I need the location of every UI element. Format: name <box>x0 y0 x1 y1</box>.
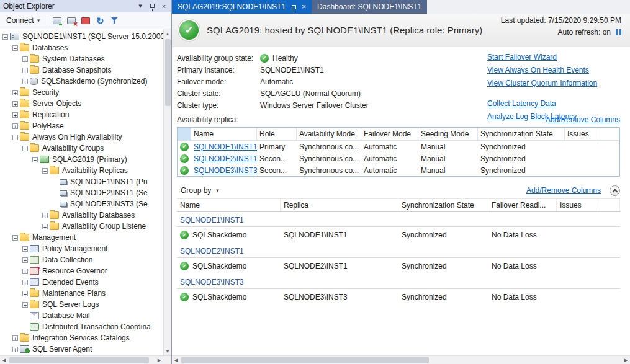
collapse-panel-button[interactable] <box>610 185 620 196</box>
vertical-scroll-track[interactable] <box>164 38 172 347</box>
connect-button[interactable]: Connect ▾ <box>3 14 43 27</box>
expand-icon[interactable]: + <box>22 68 28 73</box>
expand-icon[interactable]: + <box>22 246 28 252</box>
tree-item[interactable]: +SQL Server Logs <box>0 299 163 310</box>
collapse-icon[interactable]: − <box>12 235 18 241</box>
expand-icon[interactable]: + <box>12 335 18 341</box>
tab-ag-dashboard[interactable]: SQLAG2019:SQLNODE1\INST1 × <box>172 0 312 14</box>
tree-item[interactable]: −Availability Groups <box>0 143 163 154</box>
expand-icon[interactable]: + <box>12 123 18 129</box>
tree-item[interactable]: +Availability Databases <box>0 210 163 221</box>
expand-icon[interactable]: + <box>22 56 28 62</box>
tree-item[interactable]: −SQLNODE1\INST1 (SQL Server 15.0.2000 <box>0 31 163 42</box>
tree-item[interactable]: +Server Objects <box>0 98 163 109</box>
replica-column-header: Failover Mode <box>361 128 418 140</box>
horizontal-scroll-thumb[interactable] <box>181 357 429 363</box>
expand-icon[interactable]: + <box>12 101 18 107</box>
ssms-window: Object Explorer ▾ × Connect ▾ −SQLNODE1\… <box>0 0 630 364</box>
stop-icon[interactable] <box>79 14 92 27</box>
detail-value: SQLNODE1\INST1 <box>260 66 324 74</box>
replica-name-link[interactable]: SQLNODE2\INST1 <box>194 154 257 163</box>
collapse-icon[interactable]: − <box>12 45 18 51</box>
tree-item[interactable]: +Security <box>0 87 163 98</box>
horizontal-scrollbar[interactable]: ◀ ▶ <box>172 355 630 364</box>
expand-icon[interactable]: + <box>22 257 28 263</box>
tree-item[interactable]: +Maintenance Plans <box>0 288 163 299</box>
vertical-scrollbar[interactable]: ▲ ▼ <box>163 29 171 355</box>
collapse-icon[interactable]: − <box>2 34 8 40</box>
dashboard-link[interactable]: Analyze Log Block Latency <box>487 112 577 121</box>
horizontal-scroll-track[interactable] <box>180 356 622 364</box>
tree-item[interactable]: +Database Snapshots <box>0 64 163 76</box>
expand-icon[interactable]: + <box>42 224 48 229</box>
tree-item[interactable]: −Availability Replicas <box>0 165 163 176</box>
scroll-up-icon[interactable]: ▲ <box>164 29 172 38</box>
database-cell: Synchronized <box>398 293 488 301</box>
tree-item[interactable]: SQLNODE1\INST1 (Pri <box>0 176 163 187</box>
tab-server-dashboard[interactable]: Dashboard: SQLNODE1\INST1 <box>312 0 427 14</box>
replica-name-link[interactable]: SQLNODE3\INST3 <box>194 166 257 175</box>
tree-item[interactable]: +Extended Events <box>0 277 163 288</box>
expand-icon[interactable]: + <box>12 90 18 95</box>
tree-item[interactable]: −SQLAG2019 (Primary) <box>0 154 163 165</box>
tree-item[interactable]: +Data Collection <box>0 254 163 265</box>
close-icon[interactable]: × <box>302 3 306 11</box>
collapse-icon[interactable]: − <box>42 168 48 174</box>
scroll-left-icon[interactable]: ◀ <box>172 356 180 364</box>
add-remove-columns-link[interactable]: Add/Remove Columns <box>526 186 601 195</box>
tree-item[interactable]: +Integration Services Catalogs <box>0 332 163 344</box>
tree-item[interactable]: +SQL Server Agent <box>0 344 163 355</box>
expand-icon[interactable]: + <box>22 269 28 274</box>
group-column-header: Issues <box>557 199 600 211</box>
expand-icon[interactable]: + <box>12 112 18 118</box>
scroll-right-icon[interactable]: ▶ <box>155 356 163 364</box>
tree-item[interactable]: Distributed Transaction Coordina <box>0 321 163 332</box>
expand-icon[interactable]: + <box>12 347 18 352</box>
expand-icon[interactable]: + <box>22 79 28 84</box>
pin-icon[interactable] <box>289 2 298 11</box>
expand-icon[interactable]: + <box>22 280 28 285</box>
tree-item[interactable]: SQLNODE2\INST1 (Se <box>0 187 163 198</box>
group-by-dropdown[interactable]: Group by ▾ <box>177 184 223 197</box>
tree-item[interactable]: +Policy Management <box>0 243 163 254</box>
disconnect-server-icon[interactable] <box>65 14 78 27</box>
pin-icon[interactable] <box>148 2 156 11</box>
dashboard-link[interactable]: View Cluster Quorum Information <box>487 79 597 87</box>
horizontal-scrollbar[interactable]: ◀ ▶ <box>0 355 163 364</box>
tree-item-label: SQL Server Logs <box>42 300 99 309</box>
tree-item[interactable]: +SQLShackdemo (Synchronized) <box>0 76 163 87</box>
tree-item[interactable]: SQLNODE3\INST3 (Se <box>0 198 163 210</box>
collapse-icon[interactable]: − <box>22 146 28 151</box>
tree-item[interactable]: +System Databases <box>0 53 163 64</box>
expand-icon[interactable]: + <box>42 213 48 218</box>
dashboard-link[interactable]: Start Failover Wizard <box>487 53 557 61</box>
scroll-down-icon[interactable]: ▼ <box>164 347 172 355</box>
connect-server-icon[interactable] <box>51 14 63 27</box>
scroll-left-icon[interactable]: ◀ <box>0 356 8 364</box>
close-icon[interactable]: × <box>160 2 168 11</box>
window-position-icon[interactable]: ▾ <box>136 2 145 11</box>
tree-item[interactable]: +Resource Governor <box>0 265 163 277</box>
dashboard-link[interactable]: Collect Latency Data <box>487 99 556 108</box>
replica-name-link[interactable]: SQLNODE1\INST1 <box>194 143 257 151</box>
horizontal-scroll-thumb[interactable] <box>9 357 149 363</box>
vertical-scroll-thumb[interactable] <box>165 39 171 106</box>
scroll-right-icon[interactable]: ▶ <box>622 356 630 364</box>
collapse-icon[interactable]: − <box>32 157 38 162</box>
tree-item[interactable]: +Replication <box>0 109 163 120</box>
tree-item[interactable]: −Management <box>0 232 163 243</box>
filter-icon[interactable] <box>108 14 120 27</box>
collapse-icon[interactable]: − <box>12 135 18 140</box>
tree-item[interactable]: +Availability Group Listene <box>0 221 163 232</box>
dashboard-link[interactable]: View Always On Health Events <box>487 66 589 74</box>
tree-item[interactable]: +PolyBase <box>0 120 163 131</box>
expand-icon[interactable]: + <box>22 302 28 308</box>
horizontal-scroll-track[interactable] <box>8 356 155 364</box>
expand-icon[interactable]: + <box>22 291 28 296</box>
tree-item[interactable]: −Always On High Availability <box>0 131 163 143</box>
object-explorer-titlebar[interactable]: Object Explorer ▾ × <box>0 0 171 12</box>
refresh-icon[interactable] <box>94 14 106 27</box>
tree-item[interactable]: −Databases <box>0 42 163 53</box>
pause-icon[interactable] <box>616 29 621 35</box>
tree-item[interactable]: Database Mail <box>0 310 163 321</box>
